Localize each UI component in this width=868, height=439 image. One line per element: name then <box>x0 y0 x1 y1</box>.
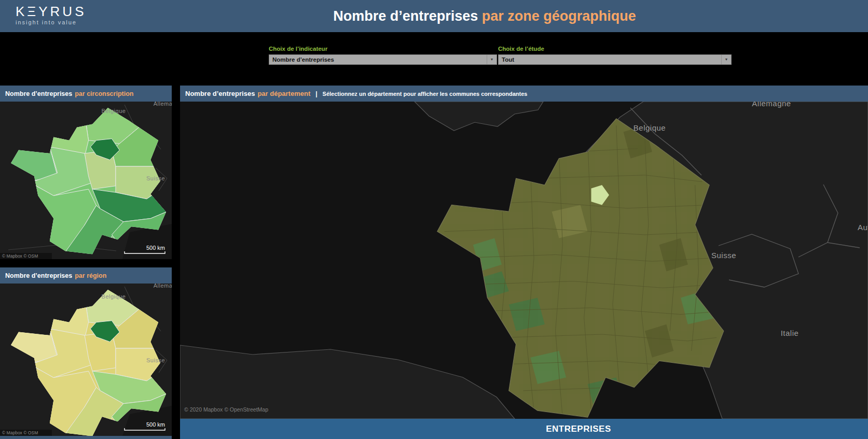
panel-title-accent: par région <box>75 272 106 279</box>
label-allemagne: Allema <box>154 102 172 107</box>
panel-title-main: Nombre d’entreprises <box>5 272 72 279</box>
label-allemagne: Allemagne <box>752 102 791 108</box>
scale-label: 500 km <box>146 245 165 251</box>
map-attribution: © 2020 Mapbox © OpenStreetMap <box>184 406 268 413</box>
indicator-dropdown-value: Nombre d’entreprises <box>269 56 487 63</box>
title-main: Nombre d’entreprises <box>333 8 478 24</box>
panel-title-accent: par circonscription <box>75 90 133 97</box>
chevron-down-icon[interactable]: ▼ <box>487 55 497 64</box>
map-circonscription-svg[interactable]: Belgique Allema Suisse 500 km © Mapbox ©… <box>0 102 172 259</box>
label-suisse: Suisse <box>146 175 165 181</box>
app-header: KΞYRUS insight into value Nombre d’entre… <box>0 0 868 32</box>
label-allemagne: Allema <box>154 284 172 289</box>
study-dropdown[interactable]: Tout ▼ <box>498 54 732 65</box>
label-suisse: Suisse <box>146 357 165 363</box>
map-region[interactable]: Belgique Allema Suisse 500 km © Mapbox ©… <box>0 284 172 436</box>
panel-title-main: Nombre d’entreprises <box>5 90 72 97</box>
dashboard-title: Nombre d’entreprises par zone géographiq… <box>0 0 868 32</box>
panel-header-region: Nombre d’entreprises par région <box>0 267 172 284</box>
panel-header-circonscription: Nombre d’entreprises par circonscription <box>0 86 172 102</box>
study-dropdown-value: Tout <box>499 56 721 63</box>
map-attribution: © Mapbox © OSM <box>2 430 38 435</box>
panel-title-accent: par département <box>257 90 310 97</box>
indicator-dropdown[interactable]: Nombre d’entreprises ▼ <box>269 54 497 65</box>
map-departement[interactable]: Belgique Allemagne Suisse Italie Aut © 2… <box>180 102 868 419</box>
label-italie: Italie <box>781 329 799 337</box>
panel-subtitle: Sélectionnez un département pour affiche… <box>323 91 528 97</box>
title-accent: par zone géographique <box>482 8 636 24</box>
panel-title-main: Nombre d’entreprises <box>185 90 255 97</box>
next-panel-edge <box>0 436 172 439</box>
label-belgique: Belgique <box>633 123 666 132</box>
indicator-filter-label: Choix de l’indicateur <box>269 46 327 52</box>
entreprises-bar: ENTREPRISES <box>180 419 868 439</box>
map-departement-svg[interactable]: Belgique Allemagne Suisse Italie Aut © 2… <box>180 102 868 419</box>
map-region-svg[interactable]: Belgique Allema Suisse 500 km © Mapbox ©… <box>0 284 172 436</box>
label-suisse: Suisse <box>711 251 736 260</box>
panel-header-departement: Nombre d’entreprises par département | S… <box>180 86 868 102</box>
study-filter-label: Choix de l’étude <box>498 46 544 52</box>
title-separator: | <box>315 90 317 97</box>
entreprises-label: ENTREPRISES <box>546 424 611 434</box>
label-belgique: Belgique <box>102 293 126 300</box>
map-circonscription[interactable]: Belgique Allema Suisse 500 km © Mapbox ©… <box>0 102 172 259</box>
map-attribution: © Mapbox © OSM <box>2 253 38 259</box>
chevron-down-icon[interactable]: ▼ <box>721 55 731 64</box>
label-autriche: Aut <box>858 223 868 232</box>
scale-label: 500 km <box>146 421 165 428</box>
label-belgique: Belgique <box>102 108 126 114</box>
